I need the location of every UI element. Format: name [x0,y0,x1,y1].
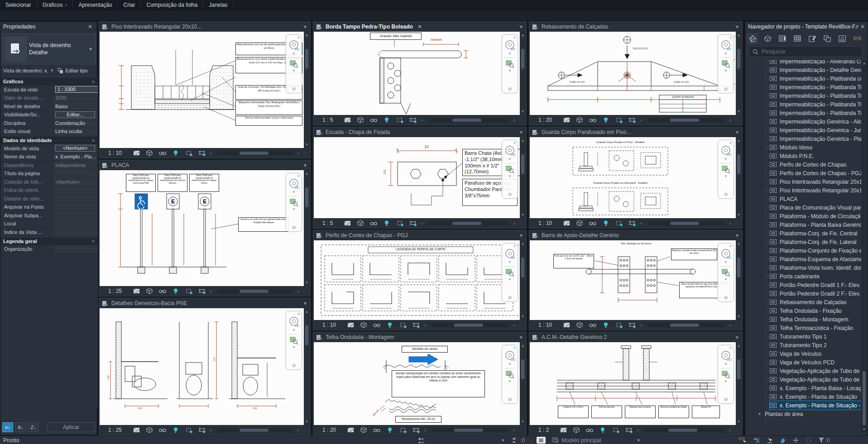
drag-on-selection-icon[interactable] [792,437,799,444]
detail-level-icon[interactable] [344,117,351,123]
chevron-left-icon[interactable]: ‹ [640,322,642,328]
zoom-region-icon[interactable] [721,165,730,174]
detail-level-icon[interactable] [563,117,570,123]
drawing-canvas[interactable]: E E Placa 70x50 para regulamentação de e… [100,170,310,286]
chevron-down-icon[interactable]: ▼ [724,174,728,178]
viewport-titlebar[interactable]: Rebaixamento de Calçadas▼ [529,22,742,32]
zoom-region-icon[interactable] [721,59,730,68]
section-header[interactable]: Legenda geral« [0,237,98,245]
type-selector[interactable]: Vista de desenho Detalhe ▼ [2,33,96,64]
scrollbar-thumb[interactable] [240,290,269,293]
viewport-placa[interactable]: PLACA▼ E E Placa 70x50 para reg [99,160,311,296]
vertical-scrollbar[interactable]: ▲▼ [520,32,526,115]
scroll-down-icon[interactable]: ▼ [305,281,309,285]
vertical-scrollbar[interactable]: ▲▼ [736,32,742,115]
reveal-hidden-icon[interactable] [602,322,609,328]
visual-style-icon[interactable] [146,150,153,156]
collapse-navbar-icon[interactable]: ⊖ [508,295,512,300]
tree-item[interactable]: Portão Pedestre Gradil 1 F.- Elev. F [770,281,861,289]
legends-table-icon[interactable] [792,33,803,43]
scrollbar-thumb[interactable] [863,371,866,425]
chevron-down-icon[interactable]: ▼ [303,163,307,168]
chevron-left-icon[interactable]: ‹ [210,427,212,433]
scroll-up-icon[interactable]: ▲ [737,138,741,143]
tree-item[interactable]: x. Exemplo - Planta de Situação - S [770,401,861,410]
chevron-down-icon[interactable]: ▼ [508,379,512,383]
viewport-titlebar[interactable]: Borda Tampo Pedra-Tipo Boleado✕▼ [313,22,526,32]
zoom-region-icon[interactable] [289,59,298,68]
close-icon[interactable]: ⊗ [297,35,300,39]
chevron-down-icon[interactable]: ▼ [724,362,728,366]
scrollbar-thumb[interactable] [737,359,740,379]
chevron-down-icon[interactable]: ▼ [508,69,512,73]
temporary-hide-isolate-icon[interactable] [586,427,593,433]
scrollbar-thumb[interactable] [670,222,699,225]
view-scale[interactable]: 1 : 20 [538,117,552,123]
chevron-left-icon[interactable]: ‹ [640,220,642,226]
chevron-down-icon[interactable]: ▼ [735,24,739,29]
scroll-up-icon[interactable]: ▲ [521,33,525,37]
zoom-region-icon[interactable] [505,370,514,379]
sheet-collection-icon[interactable] [822,33,833,43]
close-icon[interactable]: ✕ [417,24,422,30]
tree-item[interactable]: Módulo P.N.E. [770,152,861,160]
sort-groups-button[interactable]: ≡↕ [2,422,13,432]
close-icon[interactable]: ⊗ [297,312,300,316]
navigation-bar[interactable]: ⊗2D▼▼⊖ [502,34,518,93]
tree-item[interactable]: Porta cadeirante [770,272,861,281]
horizontal-scrollbar[interactable] [647,118,724,122]
visual-style-icon[interactable] [357,220,364,226]
link-icon[interactable] [852,33,863,43]
temporary-hide-isolate-icon[interactable] [159,288,166,294]
reveal-hidden-icon[interactable] [172,150,179,156]
scroll-up-icon[interactable]: ▲ [863,61,866,65]
resize-grip-icon[interactable]: ∴ [519,323,523,327]
chevron-down-icon[interactable]: ▼ [501,438,505,443]
resize-grip-icon[interactable]: ∴ [303,289,307,293]
tree-item[interactable]: Telha Ondulada - Montagem [770,315,861,324]
chevron-down-icon[interactable]: ▼ [303,24,307,29]
crop-region-icon[interactable] [628,117,636,123]
crop-region-icon[interactable] [412,322,420,328]
close-icon[interactable]: ✕ [858,24,867,30]
menu-criar[interactable]: Criar [118,0,141,10]
scroll-up-icon[interactable]: ▲ [737,33,741,37]
menu-composicao[interactable]: Composição da folha [141,0,203,10]
property-value[interactable]: Linha oculta [53,128,98,136]
select-pinned-icon[interactable] [767,437,773,444]
navigation-bar[interactable]: ⊗2D▼▼⊖ [286,173,302,232]
select-underlay-icon[interactable] [753,437,760,444]
chevron-down-icon[interactable]: ▼ [508,52,512,56]
chevron-down-icon[interactable]: ▼ [519,233,523,238]
property-value[interactable]: x. Exemplo - Pla... [53,153,98,161]
tree-item[interactable]: Plataforma-Vista Isom. Identif. dos [770,263,861,272]
tree-item[interactable]: Plataforma - Planta Baixa Genéric [770,220,861,229]
worksets-icon[interactable] [417,437,425,444]
chevron-down-icon[interactable]: ▼ [735,130,739,135]
detail-level-icon[interactable] [347,427,354,433]
scrollbar-thumb[interactable] [452,222,481,225]
vertical-scrollbar[interactable]: ▲▼ [520,137,526,218]
scrollbar-thumb[interactable] [521,49,524,69]
drawing-canvas[interactable]: Rejuntamento com pó de pedra granulometr… [100,32,310,148]
scroll-up-icon[interactable]: ▲ [305,33,309,37]
view-scale[interactable]: 1 : 25 [108,427,122,433]
view-scale[interactable]: 1 : 2 [538,427,549,433]
viewport-titlebar[interactable]: Piso Intertravado Retangular 20x10...▼ [99,22,310,32]
tree-item[interactable]: Impermeabilização Genérica - Plat [770,134,861,143]
chevron-down-icon[interactable]: ▼ [724,157,728,161]
viewport-perfis-pgj[interactable]: Perfis de Cortes de Chapas - PGJ▼ [313,230,527,330]
property-value[interactable] [53,220,98,228]
horizontal-scrollbar[interactable] [217,428,292,432]
menu-graficos[interactable]: Gráficos» [37,0,73,10]
edit-type-button[interactable]: Editar tipo [58,68,88,74]
navigation-bar[interactable]: ⊗2D▼▼⊖ [286,34,302,93]
tree-item[interactable]: Impermeabilização - Alvenarias Ce [770,60,861,66]
reveal-hidden-icon[interactable] [386,322,393,328]
chevron-down-icon[interactable]: ▼ [735,233,739,238]
visual-style-icon[interactable] [573,427,580,433]
chevron-down-icon[interactable]: ▼ [292,190,296,194]
zoom-region-icon[interactable] [289,198,298,207]
tree-item[interactable]: Rebaixamento de Calçadas [770,298,861,306]
viewport-titlebar[interactable]: Detalhes Genericos-Bacia PNE▼ [99,298,310,308]
